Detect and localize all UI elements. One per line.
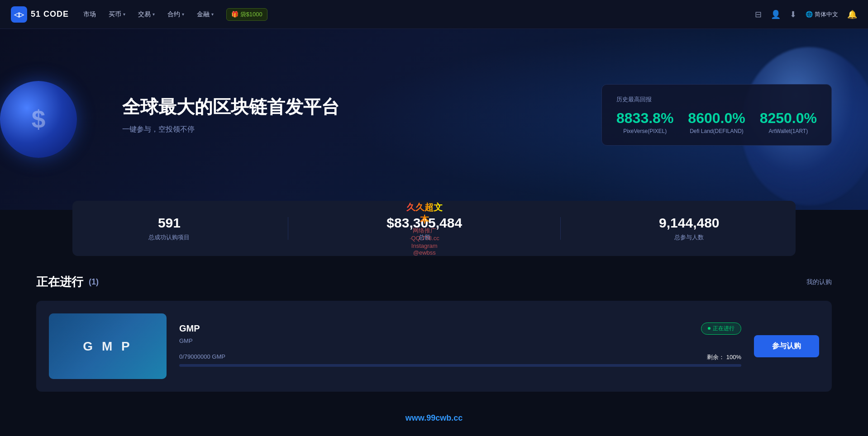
bell-icon[interactable]: 🔔 [847, 9, 857, 19]
chevron-down-icon: ▾ [182, 12, 184, 17]
stats-card-header: 历史最高回报 [616, 95, 817, 104]
bottom-watermark: www.99cwb.cc [0, 410, 868, 432]
stat-bar-label-0: 总成功认购项目 [148, 233, 190, 242]
language-selector[interactable]: 🌐 简体中文 [806, 10, 838, 19]
chevron-down-icon: ▾ [123, 12, 125, 17]
divider-1 [288, 217, 288, 240]
stat-value-0: 8833.8% [616, 111, 673, 125]
user-icon[interactable]: 👤 [771, 9, 781, 19]
project-image-label: G M P [83, 339, 132, 354]
progress-section: 0/79000000 GMP 剩余： 100% [179, 353, 741, 367]
progress-labels: 0/79000000 GMP 剩余： 100% [179, 353, 741, 361]
project-image: G M P [49, 313, 167, 379]
divider-2 [560, 217, 561, 240]
globe-icon: 🌐 [806, 11, 813, 18]
stat-bar-label-2: 总参与人数 [659, 233, 719, 242]
hero-section: $ 全球最大的区块链首发平台 一键参与，空投领不停 历史最高回报 8833.8%… [0, 29, 868, 210]
hero-coin-decoration: $ [0, 81, 77, 158]
stat-name-2: ArtWallet(1ART) [760, 128, 817, 134]
stat-name-1: Defi Land(DEFILAND) [688, 128, 745, 134]
navbar: ◁▷ 51 CODE 市场 买币 ▾ 交易 ▾ 合约 ▾ 金融 ▾ 🎁 袋$10… [0, 0, 868, 29]
progress-value: 0/79000000 GMP [179, 353, 225, 361]
section-title: 正在进行 (1) [36, 274, 99, 290]
nav-links: 市场 买币 ▾ 交易 ▾ 合约 ▾ 金融 ▾ 🎁 袋$1000 [83, 8, 755, 21]
stat-artwallet: 8250.0% ArtWallet(1ART) [760, 111, 817, 134]
stat-name-0: PixeVerse(PIXEL) [616, 128, 673, 134]
card-icon[interactable]: ⊟ [755, 9, 762, 19]
project-card-gmp: G M P GMP 正在进行 GMP 0/79000000 GMP 剩余： 10… [36, 301, 832, 392]
nav-right: ⊟ 👤 ⬇ 🌐 简体中文 🔔 [755, 9, 857, 19]
my-subscription-link[interactable]: 我的认购 [806, 278, 832, 286]
section-header: 正在进行 (1) 我的认购 [36, 274, 832, 290]
stat-defiland: 8600.0% Defi Land(DEFILAND) [688, 111, 745, 134]
nav-finance[interactable]: 金融 ▾ [197, 10, 214, 19]
hero-content: 全球最大的区块链首发平台 一键参与，空投领不停 [122, 96, 339, 134]
stat-pixeverse: 8833.8% PixeVerse(PIXEL) [616, 111, 673, 134]
progress-bar-background [179, 364, 741, 367]
subscribe-button[interactable]: 参与认购 [754, 335, 819, 357]
stat-bar-participants: 9,144,480 总参与人数 [659, 215, 719, 242]
stat-bar-value-0: 591 [148, 215, 190, 231]
status-dot [708, 327, 711, 330]
ongoing-section: 正在进行 (1) 我的认购 G M P GMP 正在进行 GMP 0/79000… [0, 256, 868, 410]
stat-bar-value-1: $83,305,484 [386, 215, 462, 231]
stat-value-1: 8600.0% [688, 111, 745, 125]
watermark-text-3: Instagram @ewbss [405, 242, 443, 256]
logo[interactable]: ◁▷ 51 CODE [11, 6, 69, 23]
chevron-down-icon: ▾ [211, 12, 214, 17]
nav-contract[interactable]: 合约 ▾ [167, 10, 184, 19]
project-header-row: GMP 正在进行 [179, 322, 741, 335]
hero-subtitle: 一键参与，空投领不停 [122, 125, 339, 134]
gift-button[interactable]: 🎁 袋$1000 [226, 8, 267, 21]
hero-stats-card: 历史最高回报 8833.8% PixeVerse(PIXEL) 8600.0% … [601, 84, 832, 146]
project-name: GMP [179, 323, 200, 334]
stat-value-2: 8250.0% [760, 111, 817, 125]
nav-trade[interactable]: 交易 ▾ [138, 10, 155, 19]
progress-remain: 剩余： 100% [707, 353, 741, 361]
brand-name: 51 CODE [31, 9, 69, 19]
stat-bar-label-1: 总额 [386, 233, 462, 242]
project-info: GMP 正在进行 GMP 0/79000000 GMP 剩余： 100% [179, 322, 741, 370]
stat-bar-projects: 591 总成功认购项目 [148, 215, 190, 242]
status-badge: 正在进行 [701, 322, 741, 335]
nav-market[interactable]: 市场 [83, 10, 96, 19]
status-label: 正在进行 [713, 325, 734, 332]
section-count: (1) [89, 277, 99, 287]
stat-bar-amount: 久久超文本 网络推广·QQ:778.cc Instagram @ewbss $8… [386, 215, 462, 242]
project-subtitle: GMP [179, 337, 741, 344]
coin-symbol: $ [32, 105, 46, 134]
nav-buy[interactable]: 买币 ▾ [109, 10, 125, 19]
stat-bar-value-2: 9,144,480 [659, 215, 719, 231]
hero-title: 全球最大的区块链首发平台 [122, 96, 339, 118]
project-action: 参与认购 [754, 335, 819, 357]
logo-icon: ◁▷ [11, 6, 27, 23]
chevron-down-icon: ▾ [153, 12, 155, 17]
remain-value: 100% [726, 354, 741, 360]
hero-stats-row: 8833.8% PixeVerse(PIXEL) 8600.0% Defi La… [616, 111, 817, 134]
stats-bar: 591 总成功认购项目 久久超文本 网络推广·QQ:778.cc Instagr… [72, 201, 796, 256]
download-icon[interactable]: ⬇ [790, 9, 796, 19]
